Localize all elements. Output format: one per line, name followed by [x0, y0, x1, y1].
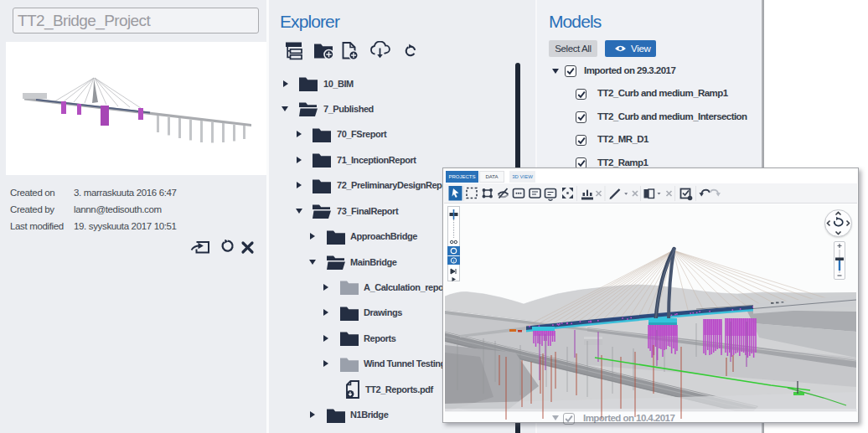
svg-text:i: i — [453, 259, 454, 264]
